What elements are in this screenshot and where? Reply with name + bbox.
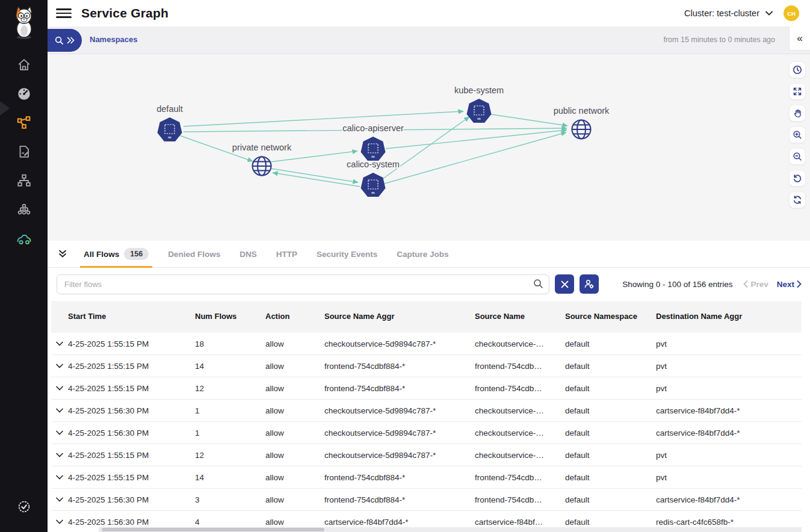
sidebar-active-wedge bbox=[0, 101, 10, 116]
refresh-button[interactable] bbox=[789, 191, 806, 208]
edge-private-apiserver[interactable] bbox=[270, 151, 357, 162]
sidebar-item-dashboard[interactable] bbox=[10, 79, 39, 108]
zoom-in-button[interactable] bbox=[789, 126, 806, 143]
row-expand-chevron-icon[interactable] bbox=[51, 341, 68, 346]
prev-page-button[interactable]: Prev bbox=[743, 280, 768, 289]
cell-source-name: frontend-754cdb… bbox=[475, 473, 565, 482]
calico-cat-logo bbox=[11, 5, 37, 40]
cell-source-name: frontend-754cdb… bbox=[475, 495, 565, 504]
fit-to-screen-button[interactable] bbox=[789, 83, 806, 100]
sidebar-item-clusters[interactable] bbox=[10, 195, 39, 224]
zoom-out-icon bbox=[793, 152, 802, 161]
col-source-name[interactable]: Source Name bbox=[475, 312, 565, 321]
row-expand-chevron-icon[interactable] bbox=[51, 430, 68, 435]
cluster-selector[interactable]: Cluster: test-cluster bbox=[684, 8, 773, 18]
node-kube-system[interactable]: ns kube-system bbox=[454, 85, 504, 123]
table-row[interactable]: 4-25-2025 1:55:15 PM14allowfrontend-754c… bbox=[51, 355, 802, 377]
cell-source-namespace: default bbox=[565, 518, 656, 527]
cell-num-flows: 14 bbox=[195, 473, 265, 482]
table-row[interactable]: 4-25-2025 1:55:15 PM12allowfrontend-754c… bbox=[51, 377, 802, 400]
sidebar bbox=[0, 0, 48, 532]
hand-icon bbox=[793, 109, 802, 118]
filter-flows-input[interactable] bbox=[57, 274, 549, 294]
row-expand-chevron-icon[interactable] bbox=[51, 519, 68, 524]
service-graph-canvas[interactable]: ns default private network ns calico-api… bbox=[48, 54, 810, 241]
node-calico-system[interactable]: ns calico-system bbox=[347, 159, 400, 197]
tab-dns[interactable]: DNS bbox=[230, 241, 267, 268]
zoom-out-button[interactable] bbox=[789, 148, 806, 165]
tab-security-events[interactable]: Security Events bbox=[307, 241, 387, 268]
edge-private-calicosystem[interactable] bbox=[271, 169, 358, 182]
sidebar-item-verified[interactable] bbox=[10, 492, 39, 521]
row-expand-chevron-icon[interactable] bbox=[51, 408, 68, 413]
cell-source-name-aggr: checkoutservice-5d9894c787-* bbox=[324, 339, 475, 348]
row-expand-chevron-icon[interactable] bbox=[51, 475, 68, 480]
edge-calicosystem-private[interactable] bbox=[273, 173, 360, 187]
row-expand-chevron-icon[interactable] bbox=[51, 386, 68, 391]
sidebar-item-policies[interactable] bbox=[10, 137, 39, 166]
row-expand-chevron-icon[interactable] bbox=[51, 497, 68, 502]
table-row[interactable]: 4-25-2025 1:55:15 PM12allowcheckoutservi… bbox=[51, 444, 802, 466]
row-expand-chevron-icon[interactable] bbox=[51, 453, 68, 457]
svg-text:kube-system: kube-system bbox=[454, 85, 504, 95]
right-panel-collapse-button[interactable]: « bbox=[789, 26, 810, 51]
undo-button[interactable] bbox=[789, 170, 806, 187]
cell-source-namespace: default bbox=[565, 339, 656, 348]
cell-source-name-aggr: frontend-754cdbf884-* bbox=[324, 384, 475, 393]
svg-text:ns: ns bbox=[477, 117, 481, 120]
cell-dest-name-aggr: cartservice-f84bf7dd4-* bbox=[656, 406, 802, 415]
clear-filter-button[interactable] bbox=[555, 274, 574, 294]
user-avatar[interactable]: CH bbox=[784, 5, 799, 21]
tab-capture-jobs[interactable]: Capture Jobs bbox=[387, 241, 458, 268]
page-title: Service Graph bbox=[81, 6, 168, 20]
col-start-time[interactable]: Start Time bbox=[68, 312, 195, 321]
column-customize-button[interactable] bbox=[580, 274, 599, 294]
node-public-network[interactable]: public network bbox=[554, 106, 610, 140]
sidebar-item-home[interactable] bbox=[10, 51, 39, 79]
sidebar-item-service-graph[interactable] bbox=[10, 108, 39, 137]
col-source-name-aggr[interactable]: Source Name Aggr bbox=[324, 312, 475, 321]
showing-entries-label: Showing 0 - 100 of 156 entries bbox=[622, 280, 732, 289]
node-calico-apiserver[interactable]: ns calico-apiserver bbox=[342, 123, 404, 161]
menu-toggle-button[interactable] bbox=[56, 5, 72, 21]
cell-num-flows: 12 bbox=[195, 384, 265, 393]
table-row[interactable]: 4-25-2025 1:55:15 PM14allowfrontend-754c… bbox=[51, 466, 802, 489]
table-controls: Showing 0 - 100 of 156 entries Prev Next bbox=[48, 270, 810, 298]
tab-all-flows[interactable]: All Flows 156 bbox=[74, 241, 158, 268]
clock-icon bbox=[793, 65, 802, 75]
table-body: 4-25-2025 1:55:15 PM18allowcheckoutservi… bbox=[51, 333, 802, 532]
sidebar-item-network[interactable] bbox=[10, 166, 39, 195]
table-row[interactable]: 4-25-2025 1:55:15 PM18allowcheckoutservi… bbox=[51, 333, 802, 355]
node-private-network[interactable]: private network bbox=[232, 143, 292, 176]
breadcrumb[interactable]: Namespaces bbox=[90, 35, 138, 44]
cell-dest-name-aggr: cartservice-f84bf7dd4-* bbox=[656, 495, 802, 504]
time-settings-button[interactable] bbox=[789, 61, 806, 78]
sidebar-item-compliance[interactable] bbox=[10, 224, 39, 253]
edge-kube-public[interactable] bbox=[491, 114, 567, 126]
col-dest-name-aggr[interactable]: Destination Name Aggr bbox=[656, 312, 802, 321]
edge-default-kube[interactable] bbox=[184, 111, 463, 126]
row-expand-chevron-icon[interactable] bbox=[51, 363, 68, 368]
edge-apiserver-public[interactable] bbox=[386, 130, 567, 149]
all-flows-count-badge: 156 bbox=[124, 248, 149, 260]
tab-denied-flows[interactable]: Denied Flows bbox=[158, 241, 230, 268]
col-action[interactable]: Action bbox=[265, 312, 324, 321]
table-horizontal-scrollbar[interactable] bbox=[99, 527, 802, 532]
col-source-namespace[interactable]: Source Namespace bbox=[565, 312, 656, 321]
col-num-flows[interactable]: Num Flows bbox=[195, 312, 265, 321]
cell-source-name-aggr: frontend-754cdbf884-* bbox=[324, 495, 475, 504]
cell-dest-name-aggr: pvt bbox=[656, 362, 802, 371]
flows-table: Start Time Num Flows Action Source Name … bbox=[51, 301, 802, 527]
table-row[interactable]: 4-25-2025 1:56:30 PM1allowcheckoutservic… bbox=[51, 422, 802, 444]
table-row[interactable]: 4-25-2025 1:56:30 PM3allowfrontend-754cd… bbox=[51, 489, 802, 511]
svg-text:ns: ns bbox=[371, 191, 375, 194]
chevron-right-icon bbox=[797, 280, 802, 288]
pan-button[interactable] bbox=[789, 105, 806, 122]
cell-start-time: 4-25-2025 1:56:30 PM bbox=[68, 518, 195, 527]
node-default[interactable]: ns default bbox=[156, 104, 183, 141]
table-row[interactable]: 4-25-2025 1:56:30 PM1allowcheckoutservic… bbox=[51, 400, 802, 422]
next-page-button[interactable]: Next bbox=[777, 280, 802, 289]
collapse-panel-button[interactable] bbox=[55, 246, 70, 262]
graph-search-button[interactable] bbox=[48, 29, 82, 52]
tab-http[interactable]: HTTP bbox=[267, 241, 307, 268]
